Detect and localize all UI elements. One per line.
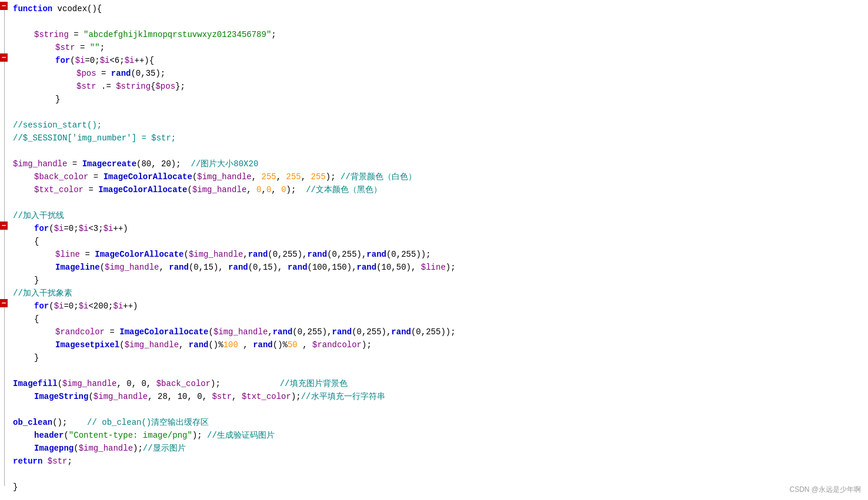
code-line: for($i=0;$i<6;$i++){: [8, 54, 868, 67]
code-line: $txt_color = ImageColorAllocate($img_han…: [8, 183, 868, 196]
fold-marker[interactable]: −: [0, 2, 8, 10]
fold-marker[interactable]: −: [0, 299, 8, 307]
code-line: for($i=0;$i<200;$i++): [8, 300, 868, 313]
code-line: [8, 106, 868, 119]
fold-line: [4, 230, 5, 279]
code-line: }: [8, 274, 868, 287]
code-line: Imagesetpixel($img_handle, rand()%100 , …: [8, 338, 868, 351]
code-line: header("Content-type: image/png"); //生成验…: [8, 429, 868, 442]
code-line: [8, 15, 868, 28]
code-line: //session_start();: [8, 119, 868, 132]
code-line: [8, 196, 868, 209]
code-line: Imagepng($img_handle);//显示图片: [8, 442, 868, 455]
code-line: {: [8, 235, 868, 248]
code-line: {: [8, 313, 868, 325]
code-line: ImageString($img_handle, 28, 10, 0, $str…: [8, 390, 868, 403]
code-block: function vcodex(){$string = "abcdefghijk…: [0, 0, 868, 496]
fold-line: [4, 307, 5, 357]
code-line: }: [8, 481, 868, 494]
code-line: $pos = rand(0,35);: [8, 67, 868, 80]
code-line: $img_handle = Imagecreate(80, 20); //图片大…: [8, 157, 868, 170]
watermark: CSDN @永远是少年啊: [789, 484, 861, 495]
fold-marker[interactable]: −: [0, 53, 8, 62]
code-line: $back_color = ImageColorAllocate($img_ha…: [8, 170, 868, 183]
code-line: Imageline($img_handle, rand(0,15), rand(…: [8, 261, 868, 274]
fold-line: [4, 62, 5, 98]
code-line: //加入干扰线: [8, 209, 868, 222]
code-line: $randcolor = ImageColorallocate($img_han…: [8, 325, 868, 338]
code-line: }: [8, 351, 868, 364]
code-line: $line = ImageColorAllocate($img_handle,r…: [8, 248, 868, 261]
code-line: $str = "";: [8, 41, 868, 54]
fold-marker[interactable]: −: [0, 222, 8, 230]
code-container: function vcodex(){$string = "abcdefghijk…: [0, 0, 868, 500]
code-line: $str .= $string{$pos};: [8, 80, 868, 93]
code-line: function vcodex(){: [8, 2, 868, 15]
code-line: for($i=0;$i<3;$i++): [8, 222, 868, 235]
code-line: Imagefill($img_handle, 0, 0, $back_color…: [8, 377, 868, 390]
code-line: [8, 468, 868, 481]
code-line: [8, 364, 868, 377]
code-line: }: [8, 93, 868, 106]
code-line: //$_SESSION['img_number'] = $str;: [8, 132, 868, 145]
code-line: return $str;: [8, 455, 868, 468]
code-line: [8, 145, 868, 157]
code-line: $string = "abcdefghijklmnopqrstuvwxyz012…: [8, 28, 868, 41]
code-line: //加入干扰象素: [8, 287, 868, 300]
code-line: [8, 403, 868, 416]
code-line: ob_clean(); // ob_clean()清空输出缓存区: [8, 416, 868, 429]
